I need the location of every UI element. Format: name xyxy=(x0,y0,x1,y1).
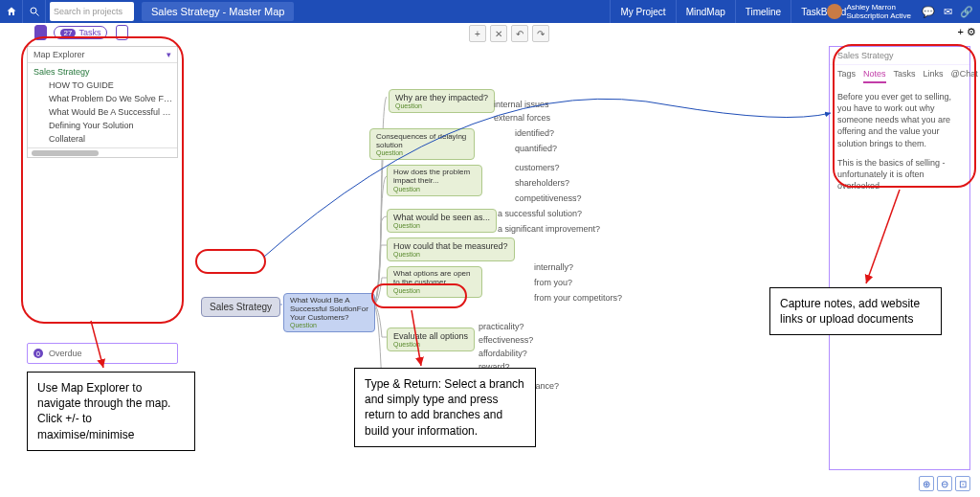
callout-center-text: Type & Return: Select a branch and simpl… xyxy=(365,377,524,438)
mail-icon[interactable]: ✉ xyxy=(940,4,955,19)
nav-timeline[interactable]: Timeline xyxy=(735,0,791,23)
undo-button[interactable]: ↶ xyxy=(511,25,528,42)
q1-label: Why are they impacted? xyxy=(395,93,488,102)
node-q7[interactable]: Evaluate all options Question xyxy=(387,328,475,351)
node-q2[interactable]: Consequences of delaying solution Questi… xyxy=(369,128,475,160)
nav-mindmap[interactable]: MindMap xyxy=(676,0,735,23)
user-sub: Subscription Active xyxy=(846,11,911,20)
close-button[interactable]: ✕ xyxy=(490,25,507,42)
q1-sub: Question xyxy=(395,102,488,109)
node-root[interactable]: Sales Strategy xyxy=(201,297,280,317)
notes-tabs: Tags Notes Tasks Links @Chat Styles xyxy=(830,65,969,83)
chat-icon[interactable]: 💬 xyxy=(921,4,936,19)
q2-sub: Question xyxy=(376,149,468,156)
leaf[interactable]: from your competitors? xyxy=(534,293,622,303)
callout-center: Type & Return: Select a branch and simpl… xyxy=(354,368,536,447)
notes-p2: This is the basics of selling - unfortun… xyxy=(837,157,962,192)
chip-right[interactable] xyxy=(116,25,128,40)
callout-left-text: Use Map Explorer to navigate through the… xyxy=(37,381,170,441)
q6-label: What options are open to the customer xyxy=(393,270,476,287)
top-nav: My Project MindMap Timeline TaskBoard xyxy=(610,0,856,23)
node-q1[interactable]: Why are they impacted? Question xyxy=(389,89,495,113)
tasks-label: Tasks xyxy=(78,28,100,37)
leaf[interactable]: identified? xyxy=(515,128,554,138)
callout-right-text: Capture notes, add website links or uplo… xyxy=(780,297,920,326)
tab-tasks[interactable]: Tasks xyxy=(894,69,916,83)
node-q4[interactable]: What would be seen as... Question xyxy=(387,209,497,233)
link-icon[interactable]: 🔗 xyxy=(959,4,974,19)
q4-label: What would be seen as... xyxy=(393,213,490,222)
leaf[interactable]: external forces xyxy=(494,113,550,123)
q6-sub: Question xyxy=(393,287,476,294)
branch-label: What Would Be A Successful SolutionFor Y… xyxy=(290,297,368,322)
leaf[interactable]: internally? xyxy=(534,262,573,272)
notes-p1: Before you ever get to selling, you have… xyxy=(837,91,962,149)
zoom-in-button[interactable]: ⊕ xyxy=(919,476,934,491)
zoom-in-icon[interactable]: + xyxy=(958,26,964,38)
leaf[interactable]: customers? xyxy=(515,163,560,172)
branch-sub: Question xyxy=(290,322,368,328)
topbar-right: Ashley Marron Subscription Active 💬 ✉ 🔗 xyxy=(827,0,980,23)
node-q5[interactable]: How could that be measured? Question xyxy=(387,237,515,261)
node-root-label: Sales Strategy xyxy=(210,302,272,312)
zoom-out-button[interactable]: ⊖ xyxy=(937,476,952,491)
leaf[interactable]: quantified? xyxy=(515,144,557,153)
avatar[interactable] xyxy=(827,4,842,19)
tab-tags[interactable]: Tags xyxy=(837,69,856,83)
leaf[interactable]: shareholders? xyxy=(515,178,569,188)
q5-label: How could that be measured? xyxy=(393,241,508,251)
node-q3[interactable]: How does the problem impact their... Que… xyxy=(387,165,482,196)
user-name: Ashley Marron xyxy=(846,3,911,11)
q5-sub: Question xyxy=(393,251,508,258)
zoom-fit-button[interactable]: ⊡ xyxy=(955,476,970,491)
nav-my-project[interactable]: My Project xyxy=(610,0,675,23)
top-bar: Search in projects Sales Strategy - Mast… xyxy=(0,0,980,23)
q3-label: How does the problem impact their... xyxy=(393,169,476,186)
tasks-count: 27 xyxy=(60,29,77,37)
leaf[interactable]: a significant improvement? xyxy=(498,224,600,234)
leaf[interactable]: practicality? xyxy=(479,322,524,331)
leaf[interactable]: from you? xyxy=(534,278,572,287)
callout-left: Use Map Explorer to navigate through the… xyxy=(27,372,195,451)
page-title: Sales Strategy - Master Map xyxy=(142,2,294,21)
node-q6[interactable]: What options are open to the customer Qu… xyxy=(387,266,482,298)
chip-left[interactable] xyxy=(34,25,47,40)
home-icon xyxy=(6,6,17,17)
settings-icon[interactable]: ⚙ xyxy=(967,26,976,38)
q4-sub: Question xyxy=(393,222,490,229)
leaf[interactable]: competitiveness? xyxy=(515,193,582,203)
tool-cluster: + ✕ ↶ ↷ xyxy=(469,25,549,42)
search-button[interactable] xyxy=(23,0,46,23)
svg-line-1 xyxy=(35,13,38,16)
leaf[interactable]: affordability? xyxy=(479,349,527,358)
callout-right: Capture notes, add website links or uplo… xyxy=(769,287,942,335)
tab-chat[interactable]: @Chat xyxy=(951,69,978,83)
tab-links[interactable]: Links xyxy=(924,69,944,83)
topbar-left: Search in projects Sales Strategy - Mast… xyxy=(0,0,294,23)
q2-label: Consequences of delaying solution xyxy=(376,132,468,149)
zoom-controls: ⊕ ⊖ ⊡ xyxy=(919,476,970,491)
zoom-top-right: + ⚙ xyxy=(958,26,976,38)
search-placeholder: Search in projects xyxy=(54,7,122,16)
tasks-badge[interactable]: 27 Tasks xyxy=(54,26,108,39)
svg-point-0 xyxy=(31,8,36,13)
search-icon xyxy=(29,6,40,17)
q3-sub: Question xyxy=(393,186,476,192)
redo-button[interactable]: ↷ xyxy=(532,25,549,42)
search-input[interactable]: Search in projects xyxy=(50,2,134,21)
user-block: Ashley Marron Subscription Active xyxy=(846,3,911,20)
leaf[interactable]: a successful solution? xyxy=(498,209,582,218)
node-branch-success[interactable]: What Would Be A Successful SolutionFor Y… xyxy=(283,293,375,332)
q7-sub: Question xyxy=(393,341,468,348)
leaf[interactable]: effectiveness? xyxy=(479,335,533,345)
notes-panel: Sales Strategy Tags Notes Tasks Links @C… xyxy=(829,46,970,470)
leaf[interactable]: internal issues xyxy=(494,100,549,109)
q7-label: Evaluate all options xyxy=(393,331,468,341)
tab-notes[interactable]: Notes xyxy=(863,69,886,83)
add-button[interactable]: + xyxy=(469,25,486,42)
notes-body[interactable]: Before you ever get to selling, you have… xyxy=(830,83,969,207)
home-button[interactable] xyxy=(0,0,23,23)
notes-title: Sales Strategy xyxy=(830,47,969,65)
